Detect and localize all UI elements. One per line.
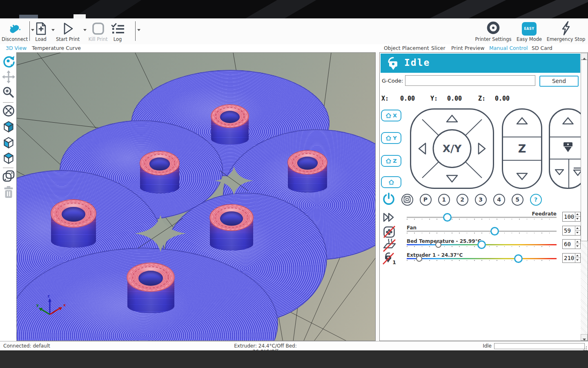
dropdown-caret-icon[interactable] <box>51 29 55 31</box>
slider-ticks <box>407 233 557 233</box>
3d-viewport[interactable]: zyx <box>16 52 376 341</box>
spinner[interactable] <box>575 254 580 263</box>
slider-track-fan[interactable] <box>407 231 557 232</box>
slider-ticks <box>407 219 557 220</box>
spin-down-icon[interactable] <box>575 258 580 263</box>
home-button-all[interactable] <box>381 176 401 188</box>
cube-iso-icon[interactable] <box>2 119 15 132</box>
status-state: Idle <box>470 343 492 349</box>
cube-front-icon[interactable] <box>2 135 15 148</box>
spin-up-icon[interactable] <box>575 240 580 244</box>
toolbar-button-easy-mode[interactable]: EASYEasy Mode <box>514 22 545 42</box>
toolbar-label-emergency-stop: Emergency Stop <box>541 36 588 42</box>
toolbar-button-start-print[interactable]: Start Print <box>53 22 82 42</box>
toolbar-button-printer-settings[interactable]: Printer Settings <box>471 22 516 42</box>
dropdown-caret-icon[interactable] <box>83 29 87 31</box>
dropdown-caret-icon[interactable] <box>31 29 34 31</box>
scroll-down-button[interactable] <box>581 334 588 341</box>
slider-track-extruder[interactable] <box>407 258 557 259</box>
lightning-icon <box>541 22 588 36</box>
spinner[interactable] <box>575 212 580 221</box>
spin-down-icon[interactable] <box>575 244 580 249</box>
toolbar-label-easy-mode: Easy Mode <box>514 36 545 42</box>
home-icon <box>385 135 392 141</box>
view-tab-temperature-curve[interactable]: Temperature Curve <box>32 45 81 51</box>
slider-knob-extruder[interactable] <box>514 254 523 263</box>
round-button-5[interactable]: 5 <box>512 194 523 206</box>
spin-up-icon[interactable] <box>575 254 580 258</box>
jog-pad-xy[interactable]: X/Y <box>410 108 494 189</box>
spin-down-icon[interactable] <box>575 217 580 221</box>
copies-icon[interactable] <box>2 169 15 182</box>
scroll-up-button[interactable] <box>581 53 588 60</box>
fit-view-icon[interactable] <box>2 104 15 117</box>
send-button[interactable]: Send <box>539 76 579 87</box>
round-button-1[interactable]: 1 <box>438 194 450 206</box>
power-button[interactable] <box>382 192 396 206</box>
panel-scrollbar[interactable] <box>581 53 588 341</box>
stop-icon <box>85 22 111 36</box>
rotate-view-icon[interactable] <box>2 54 15 67</box>
slider-value-fan[interactable]: 59 <box>562 226 581 236</box>
home-button-Y[interactable]: Y <box>381 132 401 144</box>
zoom-icon[interactable] <box>2 85 15 99</box>
panel-tab-print-preview[interactable]: Print Preview <box>451 45 484 51</box>
round-button-P[interactable]: P <box>420 194 432 206</box>
spinner[interactable] <box>575 226 580 235</box>
spin-up-icon[interactable] <box>575 226 580 231</box>
desktop-shape <box>34 0 211 18</box>
gcode-input[interactable] <box>405 75 535 86</box>
slider-value-extruder[interactable]: 210 <box>562 253 581 263</box>
fan-icon[interactable] <box>382 224 396 238</box>
panel-tab-slicer[interactable]: Slicer <box>431 45 445 51</box>
toolbar-button-log[interactable]: Log <box>109 22 126 42</box>
spin-down-icon[interactable] <box>575 231 580 235</box>
extruder1-icon[interactable]: 1 <box>382 252 396 266</box>
view-toolstrip <box>0 52 16 341</box>
toolbar-button-emergency-stop[interactable]: Emergency Stop <box>541 22 588 42</box>
toolbar-label-printer-settings: Printer Settings <box>471 36 516 42</box>
home-button-X[interactable]: X <box>381 110 401 121</box>
load-file-icon <box>30 22 52 36</box>
printer-status-header: Idle <box>381 54 580 73</box>
coord-axis-label: X: <box>381 95 389 102</box>
round-button-4[interactable]: 4 <box>493 194 505 206</box>
toolbar-button-disconnect[interactable]: Disconnect <box>0 22 29 42</box>
spin-up-icon[interactable] <box>575 212 580 217</box>
scroll-track[interactable] <box>581 241 588 334</box>
feedrate-icon[interactable] <box>382 211 396 224</box>
slider-track-feedrate[interactable] <box>407 217 557 218</box>
pan-icon[interactable] <box>2 70 15 83</box>
slider-value-feedrate[interactable]: 100 <box>562 212 581 222</box>
round-button-2[interactable]: 2 <box>457 194 468 206</box>
jog-pad-z[interactable]: Z <box>501 108 543 189</box>
slider-knob-bed[interactable] <box>477 240 486 249</box>
toolbar-button-load[interactable]: Load <box>30 22 52 42</box>
scroll-thumb[interactable] <box>581 60 588 241</box>
panel-tab-sd-card[interactable]: SD Card <box>532 45 552 51</box>
round-button-motor[interactable] <box>401 194 413 206</box>
dropdown-caret-icon[interactable] <box>137 29 140 31</box>
home-button-Z[interactable]: Z <box>381 155 401 167</box>
bed-icon[interactable] <box>382 238 396 252</box>
view-tab-3d-view[interactable]: 3D View <box>6 45 27 51</box>
slider-value-bed[interactable]: 60 <box>562 239 581 249</box>
extruder-icon <box>385 56 401 72</box>
round-button-?[interactable]: ? <box>530 194 542 206</box>
trash-icon[interactable] <box>2 185 15 198</box>
panel-tab-manual-control[interactable]: Manual Control <box>489 45 528 51</box>
slider-label-extruder: Extruder 1 - 24.37°C <box>407 252 557 258</box>
toolbar-button-kill-print[interactable]: Kill Print <box>85 22 111 42</box>
slider-knob-fan[interactable] <box>490 227 499 236</box>
easy-badge: EASY <box>514 22 545 36</box>
round-button-3[interactable]: 3 <box>475 194 487 206</box>
panel-tab-object-placement[interactable]: Object Placement <box>384 45 429 51</box>
splitter[interactable] <box>376 52 379 341</box>
toolbar-label-kill-print: Kill Print <box>85 36 111 42</box>
slider-knob-feedrate[interactable] <box>443 213 452 222</box>
cube-top-icon[interactable] <box>2 151 15 164</box>
toolbar-label-start-print: Start Print <box>53 36 82 42</box>
status-connected: Connected: default <box>3 343 50 349</box>
spinner[interactable] <box>575 240 580 249</box>
slider-value-text: 100 <box>564 213 574 220</box>
